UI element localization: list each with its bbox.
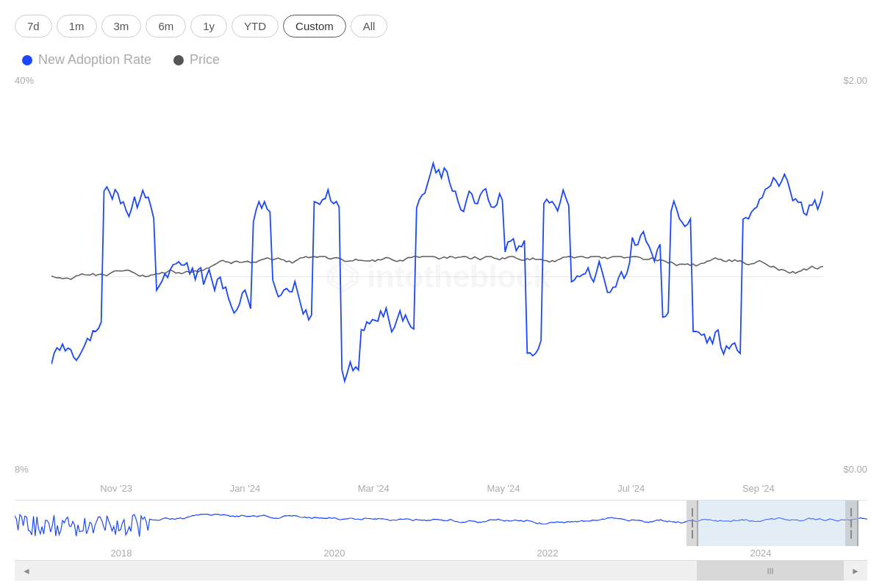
time-btn-ytd[interactable]: YTD xyxy=(232,15,279,37)
navigator: 2018202020222024 ◄ III ► xyxy=(15,500,867,581)
chart-legend: New Adoption Rate Price xyxy=(15,52,867,68)
nav-year-label: 2020 xyxy=(324,548,345,559)
y-left-bottom: 8% xyxy=(15,464,51,475)
main-chart-svg xyxy=(51,75,823,478)
navigator-chart xyxy=(15,501,867,546)
time-btn-1m[interactable]: 1m xyxy=(57,15,97,37)
x-axis: Nov '23Jan '24Mar '24May '24Jul '24Sep '… xyxy=(51,478,823,497)
y-axis-left: 40% 8% xyxy=(15,75,51,478)
y-axis-right: $2.00 $0.00 xyxy=(823,75,867,478)
x-axis-label: Jul '24 xyxy=(617,483,645,494)
y-left-top: 40% xyxy=(15,75,51,86)
y-right-bottom: $0.00 xyxy=(823,464,867,475)
nav-year-label: 2024 xyxy=(750,548,772,559)
time-btn-7d[interactable]: 7d xyxy=(15,15,52,37)
legend-dot-dark xyxy=(173,55,184,65)
scroll-thumb[interactable]: III xyxy=(697,561,844,581)
x-axis-label: Sep '24 xyxy=(742,483,775,494)
legend-item-adoption: New Adoption Rate xyxy=(22,52,151,68)
time-btn-1y[interactable]: 1y xyxy=(190,15,227,37)
navigator-year-labels: 2018202020222024 xyxy=(15,546,867,560)
legend-dot-blue xyxy=(22,55,32,65)
nav-year-label: 2018 xyxy=(111,548,132,559)
x-axis-label: May '24 xyxy=(487,483,520,494)
scroll-right-arrow[interactable]: ► xyxy=(844,561,867,581)
x-axis-label: Jan '24 xyxy=(230,483,261,494)
scroll-bar: ◄ III ► xyxy=(15,560,867,581)
legend-label-price: Price xyxy=(190,52,220,68)
legend-label-adoption: New Adoption Rate xyxy=(38,52,151,68)
time-btn-6m[interactable]: 6m xyxy=(146,15,186,37)
x-axis-label: Mar '24 xyxy=(358,483,390,494)
nav-year-label: 2022 xyxy=(537,548,559,559)
time-btn-3m[interactable]: 3m xyxy=(101,15,142,37)
scroll-track: III xyxy=(38,561,844,581)
y-right-top: $2.00 xyxy=(823,75,867,86)
navigator-svg xyxy=(15,501,867,546)
chart-svg-area: intotheblock xyxy=(51,75,823,478)
chart-wrapper: 40% 8% intotheblock xyxy=(15,75,867,478)
x-axis-label: Nov '23 xyxy=(100,483,132,494)
time-btn-custom[interactable]: Custom xyxy=(283,15,346,37)
legend-item-price: Price xyxy=(173,52,220,68)
time-btn-all[interactable]: All xyxy=(351,15,388,37)
main-chart-area: 40% 8% intotheblock xyxy=(15,75,867,497)
main-container: 7d1m3m6m1yYTDCustomAll New Adoption Rate… xyxy=(0,0,882,588)
scroll-left-arrow[interactable]: ◄ xyxy=(15,561,38,581)
time-range-buttons: 7d1m3m6m1yYTDCustomAll xyxy=(15,15,867,37)
